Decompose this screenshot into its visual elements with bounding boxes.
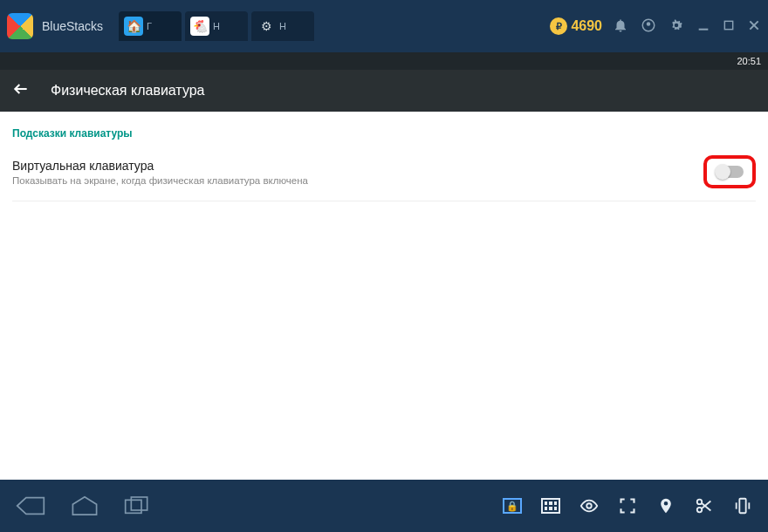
bluestacks-titlebar: BlueStacks 🏠 Г 🐔 Н ⚙ Н ₽ 4690	[0, 0, 768, 52]
scissors-icon[interactable]	[695, 496, 714, 515]
keyboard-icon[interactable]	[541, 496, 560, 515]
minimize-button[interactable]	[696, 18, 710, 35]
shake-icon[interactable]	[733, 496, 752, 515]
user-icon[interactable]	[641, 17, 656, 36]
coin-value: 4690	[571, 18, 602, 34]
tab-label: Н	[213, 21, 220, 31]
virtual-keyboard-toggle[interactable]	[716, 166, 744, 178]
gear-icon[interactable]	[669, 17, 684, 36]
svg-rect-3	[724, 21, 732, 29]
location-icon[interactable]	[656, 496, 675, 515]
chicken-icon: 🐔	[190, 17, 209, 36]
svg-point-9	[586, 503, 592, 508]
home-nav-icon[interactable]	[70, 495, 99, 516]
setting-text: Виртуальная клавиатура Показывать на экр…	[12, 159, 703, 186]
maximize-button[interactable]	[723, 19, 735, 34]
highlight-annotation	[703, 155, 756, 188]
app-tabs: 🏠 Г 🐔 Н ⚙ Н	[119, 11, 314, 41]
app-bar-title: Физическая клавиатура	[51, 83, 205, 99]
svg-rect-8	[131, 497, 147, 510]
setting-title: Виртуальная клавиатура	[12, 159, 703, 173]
bluestacks-logo-icon	[7, 13, 33, 39]
tab-label: Н	[279, 21, 286, 31]
brand-label: BlueStacks	[42, 19, 103, 33]
gear-icon: ⚙	[257, 17, 276, 36]
android-status-bar: 20:51	[0, 52, 768, 70]
close-button[interactable]	[747, 18, 761, 35]
tab-settings-app[interactable]: ⚙ Н	[251, 11, 314, 41]
svg-point-1	[647, 22, 651, 26]
android-screen: 20:51 Физическая клавиатура Подсказки кл…	[0, 52, 768, 480]
home-icon: 🏠	[124, 17, 143, 36]
svg-rect-7	[126, 500, 141, 513]
tab-home[interactable]: 🏠 Г	[119, 11, 182, 41]
tab-label: Г	[147, 21, 152, 31]
back-button[interactable]	[12, 80, 30, 101]
settings-content: Подсказки клавиатуры Виртуальная клавиат…	[0, 112, 768, 480]
fullscreen-icon[interactable]	[618, 496, 637, 515]
bell-icon[interactable]	[613, 17, 628, 36]
svg-rect-14	[739, 499, 745, 514]
keyboard-lock-icon[interactable]: 🔒	[503, 496, 522, 515]
bluestacks-bottom-bar: 🔒	[0, 480, 768, 532]
section-header: Подсказки клавиатуры	[12, 127, 756, 140]
virtual-keyboard-setting-row[interactable]: Виртуальная клавиатура Показывать на экр…	[12, 152, 756, 201]
android-nav-buttons	[16, 494, 150, 517]
window-controls	[613, 17, 761, 36]
status-time: 20:51	[737, 56, 761, 66]
coin-balance[interactable]: ₽ 4690	[550, 17, 602, 35]
setting-subtitle: Показывать на экране, когда физическая к…	[12, 175, 703, 186]
back-nav-icon[interactable]	[16, 494, 45, 517]
eye-icon[interactable]	[579, 496, 599, 515]
bluestacks-tools: 🔒	[503, 496, 752, 515]
coin-icon: ₽	[550, 17, 567, 35]
recent-nav-icon[interactable]	[124, 495, 150, 516]
app-bar: Физическая клавиатура	[0, 70, 768, 112]
tab-app-1[interactable]: 🐔 Н	[185, 11, 248, 41]
